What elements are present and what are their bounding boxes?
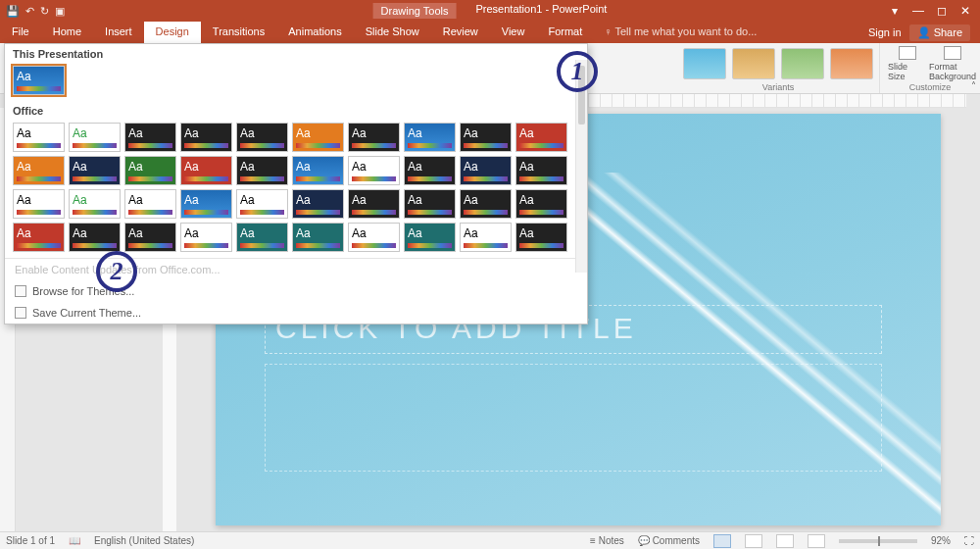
theme-thumbnail[interactable]: Aa <box>13 189 65 219</box>
theme-thumbnail[interactable]: Aa <box>515 123 567 152</box>
fit-to-window-icon[interactable]: ⛶ <box>964 535 974 546</box>
subtitle-placeholder[interactable] <box>265 364 882 472</box>
theme-thumbnail[interactable]: Aa <box>404 123 456 152</box>
theme-thumbnail[interactable]: Aa <box>515 156 567 185</box>
theme-aa: Aa <box>17 193 31 207</box>
tab-format[interactable]: Format <box>536 22 594 43</box>
minimize-icon[interactable]: — <box>907 4 929 18</box>
slideshow-view-button[interactable] <box>808 534 825 548</box>
theme-aa: Aa <box>464 193 478 207</box>
collapse-ribbon-icon[interactable]: ˄ <box>971 80 976 91</box>
theme-thumbnail[interactable]: Aa <box>124 156 176 185</box>
theme-thumbnail[interactable]: Aa <box>348 223 400 252</box>
themes-gallery-popup: This Presentation Aa Office AaAaAaAaAaAa… <box>4 43 588 324</box>
theme-thumbnail[interactable]: Aa <box>13 223 65 252</box>
theme-thumbnail[interactable]: Aa <box>180 156 232 185</box>
theme-thumbnail[interactable]: Aa <box>404 156 456 185</box>
close-icon[interactable]: ✕ <box>955 4 976 18</box>
variants-group: Variants <box>677 43 880 93</box>
theme-thumbnail[interactable]: Aa <box>69 123 121 152</box>
tab-animations[interactable]: Animations <box>276 22 353 43</box>
maximize-icon[interactable]: ◻ <box>931 4 953 18</box>
theme-aa: Aa <box>73 226 87 240</box>
theme-thumbnail[interactable]: Aa <box>69 189 121 219</box>
tab-view[interactable]: View <box>490 22 537 43</box>
slide-size-icon <box>899 46 916 60</box>
theme-aa: Aa <box>352 226 367 240</box>
theme-thumbnail[interactable]: Aa <box>124 189 176 219</box>
sign-in-link[interactable]: Sign in <box>868 26 902 38</box>
theme-thumbnail[interactable]: Aa <box>515 189 567 219</box>
theme-aa: Aa <box>184 126 199 140</box>
reading-view-button[interactable] <box>776 534 794 548</box>
tab-file[interactable]: File <box>0 22 41 43</box>
comments-button[interactable]: 💬 Comments <box>638 535 700 546</box>
theme-thumbnail[interactable]: Aa <box>515 223 567 252</box>
language-indicator[interactable]: English (United States) <box>94 535 194 546</box>
theme-aa: Aa <box>240 126 255 140</box>
theme-thumbnail[interactable]: Aa <box>236 156 288 185</box>
tab-review[interactable]: Review <box>431 22 490 43</box>
theme-thumbnail[interactable]: Aa <box>236 223 288 252</box>
tab-transitions[interactable]: Transitions <box>201 22 276 43</box>
variant-option[interactable] <box>781 48 824 79</box>
share-button[interactable]: 👤 Share <box>909 25 970 41</box>
zoom-slider[interactable] <box>839 539 917 543</box>
theme-thumbnail[interactable]: Aa <box>69 156 121 185</box>
theme-thumbnail[interactable]: Aa <box>348 156 400 185</box>
format-background-button[interactable]: Format Background <box>933 46 972 81</box>
zoom-percent[interactable]: 92% <box>931 535 951 546</box>
theme-thumbnail[interactable]: Aa <box>124 223 176 252</box>
theme-aa: Aa <box>519 226 534 240</box>
theme-aa: Aa <box>17 126 31 140</box>
theme-thumbnail[interactable]: Aa <box>292 123 344 152</box>
theme-thumbnail[interactable]: Aa <box>460 123 512 152</box>
theme-thumbnail[interactable]: Aa <box>13 156 65 185</box>
theme-thumbnail[interactable]: Aa <box>292 223 344 252</box>
theme-thumbnail[interactable]: Aa <box>236 123 288 152</box>
theme-thumbnail[interactable]: Aa <box>180 223 232 252</box>
theme-thumbnail[interactable]: Aa <box>69 223 121 252</box>
start-slideshow-icon[interactable]: ▣ <box>55 5 65 18</box>
tell-me-search[interactable]: ♀ Tell me what you want to do... <box>594 22 766 43</box>
ribbon-options-icon[interactable]: ▾ <box>884 4 906 18</box>
theme-thumbnail[interactable]: Aa <box>236 189 288 219</box>
normal-view-button[interactable] <box>713 534 731 548</box>
theme-aa: Aa <box>464 160 478 174</box>
spellcheck-icon[interactable]: 📖 <box>69 535 80 546</box>
notes-button[interactable]: ≡ Notes <box>590 535 624 546</box>
tab-design[interactable]: Design <box>144 22 201 43</box>
variant-option[interactable] <box>732 48 775 79</box>
undo-icon[interactable]: ↶ <box>25 5 34 18</box>
tab-insert[interactable]: Insert <box>93 22 144 43</box>
theme-thumbnail[interactable]: Aa <box>13 123 65 152</box>
theme-thumbnail[interactable]: Aa <box>404 223 456 252</box>
format-background-label: Format Background <box>929 62 976 81</box>
redo-icon[interactable]: ↻ <box>40 5 49 18</box>
tab-slideshow[interactable]: Slide Show <box>354 22 431 43</box>
theme-thumbnail[interactable]: Aa <box>348 189 400 219</box>
variant-option[interactable] <box>830 48 873 79</box>
slide-size-button[interactable]: Slide Size <box>888 46 927 81</box>
theme-thumbnail[interactable]: Aa <box>348 123 400 152</box>
save-icon[interactable]: 💾 <box>6 5 20 18</box>
theme-thumbnail[interactable]: Aa <box>292 156 344 185</box>
slide-counter[interactable]: Slide 1 of 1 <box>6 535 55 546</box>
contextual-tab-label: Drawing Tools <box>373 3 457 19</box>
tab-home[interactable]: Home <box>41 22 93 43</box>
slide-sorter-view-button[interactable] <box>745 534 762 548</box>
annotation-marker: 2 <box>96 251 137 292</box>
save-current-theme[interactable]: Save Current Theme... <box>5 302 587 324</box>
variant-option[interactable] <box>683 48 726 79</box>
theme-thumbnail[interactable]: Aa <box>292 189 344 219</box>
browse-for-themes[interactable]: Browse for Themes... <box>5 280 587 302</box>
theme-thumbnail[interactable]: Aa <box>460 223 512 252</box>
theme-thumbnail[interactable]: Aa <box>404 189 456 219</box>
annotation-marker: 1 <box>557 51 598 92</box>
theme-thumbnail[interactable]: Aa <box>460 156 512 185</box>
theme-thumbnail[interactable]: Aa <box>180 123 232 152</box>
theme-thumbnail[interactable]: Aa <box>460 189 512 219</box>
theme-thumbnail[interactable]: Aa <box>124 123 176 152</box>
theme-thumbnail[interactable]: Aa <box>180 189 232 219</box>
theme-thumbnail[interactable]: Aa <box>13 66 65 95</box>
